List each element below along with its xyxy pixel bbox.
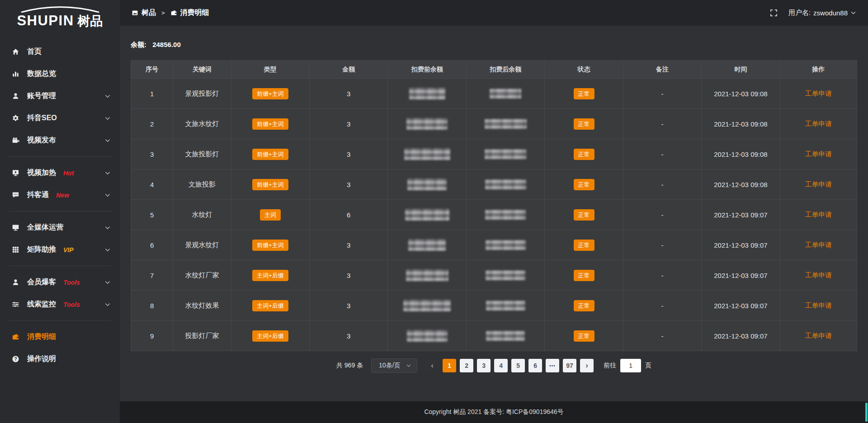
sidebar-item-account-management[interactable]: 账号管理 [0,85,120,107]
grid-icon [12,246,19,254]
cell-remark: - [623,139,701,169]
user-icon [12,92,19,100]
ticket-apply-link[interactable]: 工单申请 [805,332,832,339]
sidebar-item-all-media-operation[interactable]: 全媒体运营 [0,216,120,239]
column-header: 金额 [310,61,388,79]
sidebar-item-member-burst[interactable]: 会员爆客Tools [0,271,120,293]
chevron-down-icon [104,225,111,231]
fullscreen-icon[interactable] [770,9,778,17]
next-page-button[interactable]: › [580,359,594,372]
sidebar-item-tag: New [56,192,69,199]
brand-name-cn: 树品 [78,13,103,30]
page-buttons: 123456•••97 [443,359,576,372]
page-button-2[interactable]: 2 [460,359,473,372]
cell-remark: - [623,200,701,230]
sidebar-item-data-overview[interactable]: 数据总览 [0,63,120,85]
status-badge: 正常 [574,330,594,342]
cell-amount: 3 [310,321,388,351]
redacted-balance [485,210,526,220]
breadcrumb-item-consumption-detail[interactable]: 消费明细 [170,8,209,18]
cell-pre-balance [388,321,466,351]
scrollbar-thumb[interactable] [865,403,868,422]
wallet-icon [12,333,19,341]
cell-pre-balance [388,109,466,139]
cell-pre-balance [388,291,466,321]
sidebar-item-tag: VIP [63,246,74,254]
cell-amount: 3 [310,79,388,109]
page-size-select[interactable]: 10条/页 [371,358,417,373]
cell-amount: 3 [310,139,388,169]
sidebar-divider [9,320,112,321]
cell-amount: 6 [310,200,388,230]
ticket-apply-link[interactable]: 工单申请 [805,211,832,218]
sidebar-item-home[interactable]: 首页 [0,41,120,63]
type-badge: 主词+后缀 [252,270,288,281]
column-header: 备注 [623,61,701,79]
page-button-5[interactable]: 5 [511,359,525,372]
type-badge: 前缀+主词 [252,88,288,99]
sidebar-item-consumption-detail[interactable]: 消费明细 [0,326,120,348]
sidebar-item-operation-guide[interactable]: ?操作说明 [0,348,120,370]
brand-logo[interactable]: SHUPIN 树品 [0,0,120,32]
sidebar-item-douketong[interactable]: 抖客通New [0,184,120,206]
gear-icon [12,114,19,122]
cell-index: 7 [131,260,173,291]
status-badge: 正常 [574,149,594,160]
sidebar-item-label: 视频加热 [27,168,56,178]
ticket-apply-link[interactable]: 工单申请 [805,150,832,158]
sidebar-menu: 首页数据总览账号管理抖音SEO视频发布视频加热Hot抖客通New全媒体运营矩阵助… [0,41,120,370]
page-button-3[interactable]: 3 [477,359,491,372]
cell-remark: - [623,291,701,321]
cell-remark: - [623,109,701,139]
chevron-down-icon [406,363,411,368]
prev-page-button[interactable]: ‹ [425,359,439,372]
status-badge: 正常 [574,179,594,190]
home-icon [12,48,19,56]
type-badge: 主词+后缀 [252,330,288,342]
ticket-apply-link[interactable]: 工单申请 [805,301,832,309]
sidebar-item-video-publish[interactable]: 视频发布 [0,129,120,151]
breadcrumb-item-home[interactable]: 树品 [132,8,156,18]
image-icon [132,9,138,16]
copyright-text: Copyright 树品 2021 备案号: 粤ICP备09019646号 [424,408,563,416]
ticket-apply-link[interactable]: 工单申请 [805,271,832,279]
page-button-6[interactable]: 6 [528,359,542,372]
status-badge: 正常 [574,88,594,99]
ticket-apply-link[interactable]: 工单申请 [805,89,832,97]
goto-suffix: 页 [645,362,651,370]
page-button-97[interactable]: 97 [563,359,576,372]
cell-pre-balance [388,139,466,169]
user-menu[interactable]: 用户名: zswodun88 [788,9,856,17]
sidebar-item-douyin-seo[interactable]: 抖音SEO [0,107,120,129]
cell-keyword: 水纹灯厂家 [173,260,231,291]
cell-post-balance [466,291,544,321]
column-header: 时间 [702,61,780,79]
sidebar-item-matrix-boost[interactable]: 矩阵助推VIP [0,239,120,261]
cell-post-balance [466,79,544,109]
sidebar-item-label: 视频发布 [27,136,56,145]
sidebar-item-label: 线索监控 [27,300,56,309]
page-button-1[interactable]: 1 [443,359,456,372]
sidebar-item-label: 抖客通 [27,190,49,200]
cell-keyword: 水纹灯效果 [173,291,231,321]
sidebar-item-clue-monitor[interactable]: 线索监控Tools [0,293,120,315]
cell-remark: - [623,230,701,260]
table-row: 8水纹灯效果主词+后缀3正常-2021-12-03 09:07工单申请 [131,291,857,321]
footer: Copyright 树品 2021 备案号: 粤ICP备09019646号 [120,401,868,423]
ticket-apply-link[interactable]: 工单申请 [805,120,832,127]
table-row: 1景观投影灯前缀+主词3正常-2021-12-03 09:08工单申请 [131,79,857,109]
page-button-4[interactable]: 4 [494,359,508,372]
breadcrumb: 树品>消费明细 [132,8,209,18]
goto-page-input[interactable] [620,359,641,372]
ticket-apply-link[interactable]: 工单申请 [805,180,832,188]
cell-pre-balance [388,200,466,230]
cell-amount: 3 [310,230,388,260]
balance-value: 24856.00 [152,41,181,48]
cell-action: 工单申请 [780,169,857,200]
type-badge: 主词 [260,209,281,221]
sidebar-item-video-heat[interactable]: 视频加热Hot [0,162,120,184]
ticket-apply-link[interactable]: 工单申请 [805,241,832,249]
page-ellipsis-button[interactable]: ••• [546,359,559,372]
sidebar-item-label: 数据总览 [27,69,56,79]
cell-post-balance [466,260,544,291]
